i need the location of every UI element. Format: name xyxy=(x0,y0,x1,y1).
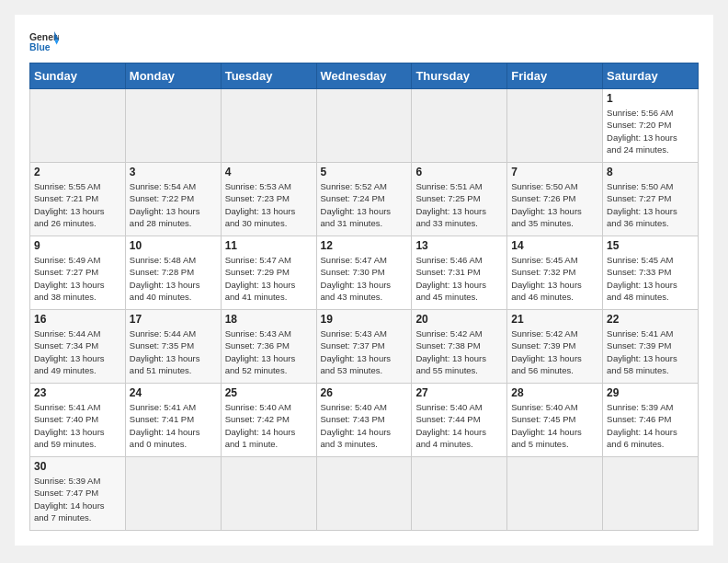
calendar-cell: 13Sunrise: 5:46 AM Sunset: 7:31 PM Dayli… xyxy=(412,236,507,310)
calendar-cell: 25Sunrise: 5:40 AM Sunset: 7:42 PM Dayli… xyxy=(221,384,316,457)
day-number: 26 xyxy=(321,386,408,399)
day-number: 28 xyxy=(511,386,598,399)
calendar-cell xyxy=(221,457,316,531)
day-info: Sunrise: 5:42 AM Sunset: 7:39 PM Dayligh… xyxy=(511,327,598,376)
day-info: Sunrise: 5:45 AM Sunset: 7:33 PM Dayligh… xyxy=(607,254,694,303)
calendar-cell xyxy=(221,89,316,163)
calendar-cell: 19Sunrise: 5:43 AM Sunset: 7:37 PM Dayli… xyxy=(316,310,412,384)
calendar-cell: 30Sunrise: 5:39 AM Sunset: 7:47 PM Dayli… xyxy=(30,457,126,531)
day-info: Sunrise: 5:39 AM Sunset: 7:46 PM Dayligh… xyxy=(607,401,694,450)
day-info: Sunrise: 5:52 AM Sunset: 7:24 PM Dayligh… xyxy=(321,180,408,229)
page: General Blue SundayMondayTuesdayWednesda… xyxy=(15,15,713,546)
day-info: Sunrise: 5:41 AM Sunset: 7:40 PM Dayligh… xyxy=(34,401,121,450)
day-number: 7 xyxy=(511,166,598,178)
calendar-cell xyxy=(507,457,603,531)
day-number: 3 xyxy=(130,166,217,178)
weekday-header-friday: Friday xyxy=(507,63,603,89)
calendar-cell: 24Sunrise: 5:41 AM Sunset: 7:41 PM Dayli… xyxy=(125,384,221,457)
calendar-week-row: 16Sunrise: 5:44 AM Sunset: 7:34 PM Dayli… xyxy=(30,310,699,384)
calendar-cell xyxy=(316,457,412,531)
calendar-week-row: 30Sunrise: 5:39 AM Sunset: 7:47 PM Dayli… xyxy=(30,457,699,531)
calendar-cell: 27Sunrise: 5:40 AM Sunset: 7:44 PM Dayli… xyxy=(412,384,507,457)
day-number: 11 xyxy=(225,239,313,252)
day-info: Sunrise: 5:40 AM Sunset: 7:45 PM Dayligh… xyxy=(511,401,598,450)
calendar-cell: 28Sunrise: 5:40 AM Sunset: 7:45 PM Dayli… xyxy=(507,384,603,457)
day-info: Sunrise: 5:42 AM Sunset: 7:38 PM Dayligh… xyxy=(415,327,503,376)
day-info: Sunrise: 5:46 AM Sunset: 7:31 PM Dayligh… xyxy=(415,254,503,303)
day-info: Sunrise: 5:56 AM Sunset: 7:20 PM Dayligh… xyxy=(607,107,694,155)
day-info: Sunrise: 5:47 AM Sunset: 7:29 PM Dayligh… xyxy=(225,254,313,303)
day-number: 18 xyxy=(225,313,313,326)
svg-marker-3 xyxy=(54,40,59,45)
calendar-cell xyxy=(316,89,412,163)
day-info: Sunrise: 5:51 AM Sunset: 7:25 PM Dayligh… xyxy=(415,180,503,229)
calendar-cell: 11Sunrise: 5:47 AM Sunset: 7:29 PM Dayli… xyxy=(221,236,316,310)
calendar-cell: 14Sunrise: 5:45 AM Sunset: 7:32 PM Dayli… xyxy=(507,236,603,310)
logo-icon: General Blue xyxy=(29,29,59,55)
weekday-header-sunday: Sunday xyxy=(30,63,126,89)
day-number: 29 xyxy=(607,386,694,399)
day-number: 12 xyxy=(321,239,408,252)
day-number: 13 xyxy=(415,239,503,252)
day-info: Sunrise: 5:43 AM Sunset: 7:37 PM Dayligh… xyxy=(321,327,408,376)
day-info: Sunrise: 5:53 AM Sunset: 7:23 PM Dayligh… xyxy=(225,180,313,229)
calendar-body: 1Sunrise: 5:56 AM Sunset: 7:20 PM Daylig… xyxy=(30,89,699,531)
weekday-row: SundayMondayTuesdayWednesdayThursdayFrid… xyxy=(30,63,699,89)
day-info: Sunrise: 5:50 AM Sunset: 7:27 PM Dayligh… xyxy=(607,180,694,229)
day-number: 16 xyxy=(34,313,121,326)
calendar-header: SundayMondayTuesdayWednesdayThursdayFrid… xyxy=(30,63,699,89)
day-number: 4 xyxy=(225,166,313,178)
calendar-cell: 29Sunrise: 5:39 AM Sunset: 7:46 PM Dayli… xyxy=(603,384,699,457)
weekday-header-wednesday: Wednesday xyxy=(316,63,412,89)
calendar-week-row: 9Sunrise: 5:49 AM Sunset: 7:27 PM Daylig… xyxy=(30,236,699,310)
day-number: 24 xyxy=(130,386,217,399)
day-info: Sunrise: 5:40 AM Sunset: 7:44 PM Dayligh… xyxy=(415,401,503,450)
day-number: 15 xyxy=(607,239,694,252)
day-info: Sunrise: 5:41 AM Sunset: 7:39 PM Dayligh… xyxy=(607,327,694,376)
weekday-header-tuesday: Tuesday xyxy=(221,63,316,89)
calendar-cell: 7Sunrise: 5:50 AM Sunset: 7:26 PM Daylig… xyxy=(507,163,603,236)
day-number: 8 xyxy=(607,166,694,178)
day-number: 17 xyxy=(130,313,217,326)
calendar-cell xyxy=(603,457,699,531)
calendar-cell xyxy=(125,457,221,531)
day-info: Sunrise: 5:39 AM Sunset: 7:47 PM Dayligh… xyxy=(34,475,121,523)
calendar-cell: 22Sunrise: 5:41 AM Sunset: 7:39 PM Dayli… xyxy=(603,310,699,384)
day-number: 25 xyxy=(225,386,313,399)
day-info: Sunrise: 5:55 AM Sunset: 7:21 PM Dayligh… xyxy=(34,180,121,229)
calendar-cell: 2Sunrise: 5:55 AM Sunset: 7:21 PM Daylig… xyxy=(30,163,126,236)
calendar-cell: 21Sunrise: 5:42 AM Sunset: 7:39 PM Dayli… xyxy=(507,310,603,384)
day-info: Sunrise: 5:54 AM Sunset: 7:22 PM Dayligh… xyxy=(130,180,217,229)
day-number: 10 xyxy=(130,239,217,252)
day-info: Sunrise: 5:40 AM Sunset: 7:42 PM Dayligh… xyxy=(225,401,313,450)
calendar-cell: 15Sunrise: 5:45 AM Sunset: 7:33 PM Dayli… xyxy=(603,236,699,310)
calendar-cell xyxy=(412,89,507,163)
calendar-cell: 1Sunrise: 5:56 AM Sunset: 7:20 PM Daylig… xyxy=(603,89,699,163)
day-info: Sunrise: 5:44 AM Sunset: 7:34 PM Dayligh… xyxy=(34,327,121,376)
day-number: 21 xyxy=(511,313,598,326)
day-info: Sunrise: 5:45 AM Sunset: 7:32 PM Dayligh… xyxy=(511,254,598,303)
calendar-cell xyxy=(507,89,603,163)
day-number: 2 xyxy=(34,166,121,178)
day-info: Sunrise: 5:41 AM Sunset: 7:41 PM Dayligh… xyxy=(130,401,217,450)
day-info: Sunrise: 5:48 AM Sunset: 7:28 PM Dayligh… xyxy=(130,254,217,303)
calendar-week-row: 23Sunrise: 5:41 AM Sunset: 7:40 PM Dayli… xyxy=(30,384,699,457)
calendar-cell: 12Sunrise: 5:47 AM Sunset: 7:30 PM Dayli… xyxy=(316,236,412,310)
day-number: 6 xyxy=(415,166,503,178)
calendar-week-row: 1Sunrise: 5:56 AM Sunset: 7:20 PM Daylig… xyxy=(30,89,699,163)
calendar-cell: 6Sunrise: 5:51 AM Sunset: 7:25 PM Daylig… xyxy=(412,163,507,236)
calendar-cell: 3Sunrise: 5:54 AM Sunset: 7:22 PM Daylig… xyxy=(125,163,221,236)
calendar-cell: 8Sunrise: 5:50 AM Sunset: 7:27 PM Daylig… xyxy=(603,163,699,236)
day-info: Sunrise: 5:50 AM Sunset: 7:26 PM Dayligh… xyxy=(511,180,598,229)
calendar-cell: 10Sunrise: 5:48 AM Sunset: 7:28 PM Dayli… xyxy=(125,236,221,310)
day-info: Sunrise: 5:43 AM Sunset: 7:36 PM Dayligh… xyxy=(225,327,313,376)
calendar-cell: 17Sunrise: 5:44 AM Sunset: 7:35 PM Dayli… xyxy=(125,310,221,384)
calendar-cell xyxy=(30,89,126,163)
calendar-cell: 26Sunrise: 5:40 AM Sunset: 7:43 PM Dayli… xyxy=(316,384,412,457)
day-number: 23 xyxy=(34,386,121,399)
calendar-cell: 4Sunrise: 5:53 AM Sunset: 7:23 PM Daylig… xyxy=(221,163,316,236)
day-number: 5 xyxy=(321,166,408,178)
weekday-header-saturday: Saturday xyxy=(603,63,699,89)
calendar-cell xyxy=(125,89,221,163)
calendar-cell: 18Sunrise: 5:43 AM Sunset: 7:36 PM Dayli… xyxy=(221,310,316,384)
